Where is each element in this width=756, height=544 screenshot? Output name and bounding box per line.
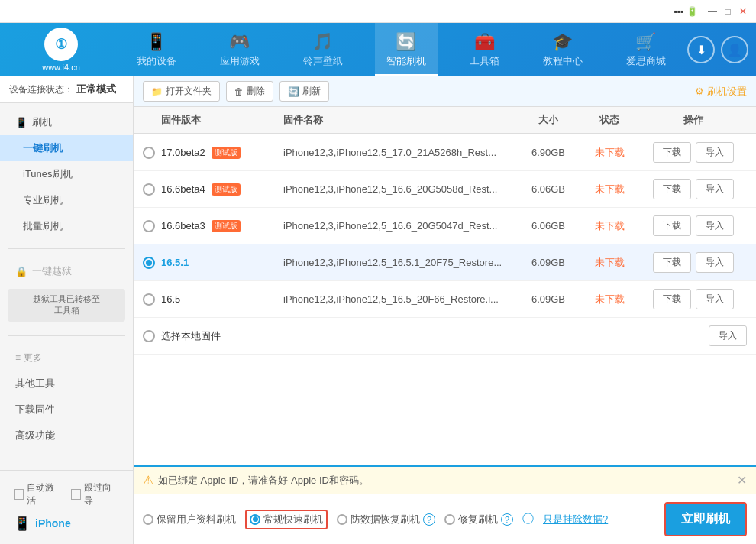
my-device-icon: 📱 xyxy=(146,32,166,52)
repair-flash-option[interactable]: 修复刷机 ? xyxy=(444,513,513,526)
sidebar-item-advanced[interactable]: 高级功能 xyxy=(0,423,133,448)
download-btn-row2[interactable]: 下载 xyxy=(653,179,691,199)
battery-icon: 🔋 xyxy=(687,6,698,17)
jailbreak-notice: 越狱工具已转移至 工具箱 xyxy=(8,289,125,322)
content-toolbar: 📁 打开文件夹 🗑 删除 🔄 刷新 ⚙ 刷机设置 xyxy=(134,76,756,107)
minimize-button[interactable]: — xyxy=(706,5,719,18)
radio-row1[interactable] xyxy=(143,147,155,159)
anti-data-recovery-option[interactable]: 防数据恢复刷机 ? xyxy=(337,513,435,526)
import-btn-row5[interactable]: 导入 xyxy=(696,289,734,309)
logo-area: ① www.i4.cn xyxy=(8,28,115,72)
radio-row2[interactable] xyxy=(143,183,155,196)
warning-bar: ⚠ 如已绑定 Apple ID，请准备好 Apple ID和密码。 ✕ xyxy=(134,467,756,494)
anti-data-label: 防数据恢复刷机 xyxy=(351,513,420,526)
maximize-button[interactable]: □ xyxy=(721,5,735,18)
sidebar-item-download-firmware[interactable]: 下载固件 xyxy=(0,397,133,423)
nav-tutorials[interactable]: 🎓 教程中心 xyxy=(531,23,594,76)
keep-data-radio xyxy=(143,514,153,525)
radio-row5[interactable] xyxy=(143,293,155,306)
auto-activate-checkbox[interactable]: 自动激活 xyxy=(14,481,62,507)
action-row2: 下载 导入 xyxy=(640,179,747,199)
delete-button[interactable]: 🗑 删除 xyxy=(226,81,273,102)
anti-data-help-icon[interactable]: ? xyxy=(423,513,435,526)
follow-guide-checkbox[interactable]: 跟过向导 xyxy=(71,481,119,507)
import-btn-row1[interactable]: 导入 xyxy=(696,142,734,163)
download-btn-row4[interactable]: 下载 xyxy=(653,252,691,273)
toolbox-icon: 🧰 xyxy=(474,32,495,52)
nav-toolbox[interactable]: 🧰 工具箱 xyxy=(458,23,511,76)
lock-icon: 🔒 xyxy=(15,266,27,277)
settings-button[interactable]: ⚙ 刷机设置 xyxy=(695,85,747,99)
import-btn-row2[interactable]: 导入 xyxy=(696,179,734,199)
quick-flash-radio xyxy=(250,514,260,525)
sidebar-item-batch-flash[interactable]: 批量刷机 xyxy=(0,213,133,239)
titlebar: ▪▪▪ 🔋 — □ ✕ xyxy=(0,0,756,23)
nav-shop-label: 爱思商城 xyxy=(626,54,666,68)
download-btn-row3[interactable]: 下载 xyxy=(653,215,691,236)
radio-row3[interactable] xyxy=(143,220,155,232)
settings-label: 刷机设置 xyxy=(707,85,747,99)
sidebar-item-pro-flash[interactable]: 专业刷机 xyxy=(0,187,133,213)
import-btn-local[interactable]: 导入 xyxy=(709,325,747,346)
quick-flash-option[interactable]: 常规快速刷机 xyxy=(245,510,328,529)
repair-radio xyxy=(444,514,455,525)
version-header: 固件版本 xyxy=(161,113,283,127)
action-row4: 下载 导入 xyxy=(640,252,747,273)
version-row5: 16.5 xyxy=(161,293,180,305)
radio-local[interactable] xyxy=(143,330,155,342)
sidebar-divider-2 xyxy=(8,335,125,336)
import-btn-row4[interactable]: 导入 xyxy=(696,252,734,273)
sidebar: 设备连接状态： 正常模式 📱 刷机 一键刷机 iTunes刷机 专业刷机 批量刷… xyxy=(0,76,134,544)
warning-close-button[interactable]: ✕ xyxy=(737,473,747,487)
action-local: 导入 xyxy=(640,325,747,346)
repair-help-icon[interactable]: ? xyxy=(501,513,513,526)
status-row5: 未下载 xyxy=(579,293,640,306)
nav-my-device-label: 我的设备 xyxy=(137,54,176,68)
nav-apps-label: 应用游戏 xyxy=(220,54,260,68)
download-btn-row5[interactable]: 下载 xyxy=(653,289,691,309)
keep-data-option[interactable]: 保留用户资料刷机 xyxy=(143,513,236,526)
user-button[interactable]: 👤 xyxy=(721,36,748,63)
wifi-icon: ▪▪▪ xyxy=(674,6,683,17)
sidebar-item-itunes-flash[interactable]: iTunes刷机 xyxy=(0,161,133,187)
refresh-button[interactable]: 🔄 刷新 xyxy=(279,81,329,102)
radio-row4[interactable] xyxy=(143,257,155,269)
ringtones-icon: 🎵 xyxy=(312,32,333,52)
warning-icon: ⚠ xyxy=(143,473,153,487)
import-btn-row3[interactable]: 导入 xyxy=(696,215,734,236)
sidebar-flash-label: 刷机 xyxy=(32,115,52,129)
table-row-selected: 16.5.1 iPhone12,3,iPhone12,5_16.5.1_20F7… xyxy=(134,244,756,281)
nav-toolbox-label: 工具箱 xyxy=(470,54,499,68)
more-icon: ≡ xyxy=(15,352,21,363)
version-row2: 16.6beta4 xyxy=(161,183,205,195)
download-btn-row1[interactable]: 下载 xyxy=(653,142,691,163)
sidebar-item-flash[interactable]: 📱 刷机 xyxy=(0,109,133,135)
nav-smart-flash[interactable]: 🔄 智能刷机 xyxy=(375,23,438,76)
close-button[interactable]: ✕ xyxy=(736,5,750,18)
sidebar-item-one-click-flash[interactable]: 一键刷机 xyxy=(0,135,133,161)
info-icon: ⓘ xyxy=(522,512,534,526)
nav-my-device[interactable]: 📱 我的设备 xyxy=(125,23,188,76)
smart-flash-icon: 🔄 xyxy=(396,32,416,52)
download-button[interactable]: ⬇ xyxy=(687,36,715,63)
nav-ringtones[interactable]: 🎵 铃声壁纸 xyxy=(292,23,354,76)
content-area: 📁 打开文件夹 🗑 删除 🔄 刷新 ⚙ 刷机设置 固件版本 固件名称 大小 xyxy=(134,76,756,544)
delete-icon: 🗑 xyxy=(234,86,244,97)
checkbox-row: 自动激活 跟过向导 xyxy=(8,478,125,510)
nav-apps-games[interactable]: 🎮 应用游戏 xyxy=(208,23,271,76)
itunes-flash-label: iTunes刷机 xyxy=(23,167,73,181)
status-row3: 未下载 xyxy=(579,219,640,233)
flash-now-button[interactable]: 立即刷机 xyxy=(664,502,747,536)
size-header: 大小 xyxy=(518,113,579,127)
jailbreak-notice-text: 越狱工具已转移至 工具箱 xyxy=(33,294,100,315)
only-remove-data-link[interactable]: 只是挂除数据? xyxy=(543,513,608,526)
open-folder-button[interactable]: 📁 打开文件夹 xyxy=(143,81,220,102)
status-header: 状态 xyxy=(579,113,640,127)
sidebar-item-other-tools[interactable]: 其他工具 xyxy=(0,371,133,397)
advanced-label: 高级功能 xyxy=(15,429,55,442)
refresh-icon: 🔄 xyxy=(288,86,299,97)
version-row3: 16.6beta3 xyxy=(161,220,205,232)
version-row4: 16.5.1 xyxy=(161,257,189,268)
nav-shop[interactable]: 🛒 爱思商城 xyxy=(615,23,677,76)
status-row2: 未下载 xyxy=(579,183,640,196)
